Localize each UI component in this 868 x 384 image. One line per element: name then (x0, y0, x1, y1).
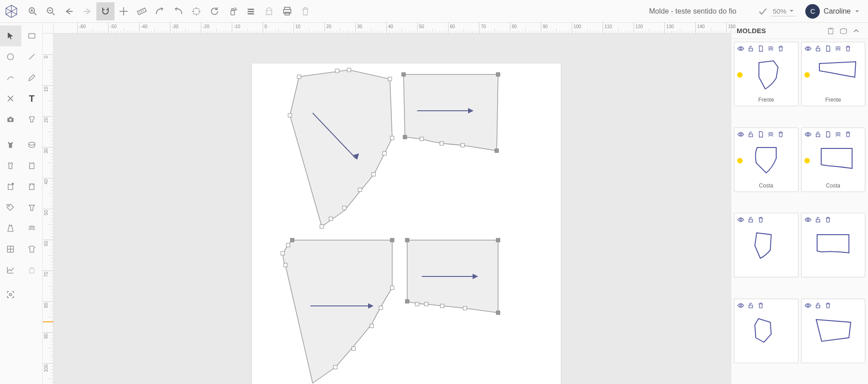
shirt-tool[interactable] (21, 239, 43, 260)
lock-icon[interactable] (814, 131, 822, 139)
tag-tool[interactable] (0, 197, 21, 218)
scan-tool[interactable] (0, 284, 21, 305)
trash-icon[interactable] (844, 45, 852, 53)
lock-icon[interactable] (814, 45, 822, 53)
page-icon[interactable] (757, 131, 764, 139)
svg-line-5 (52, 13, 55, 15)
measure-tape-tool[interactable] (21, 134, 43, 155)
stack-icon[interactable] (767, 45, 774, 53)
back-piece-tool[interactable] (21, 176, 43, 197)
camera-tool[interactable] (0, 109, 21, 130)
svg-rect-30 (29, 34, 35, 38)
bag-tool[interactable] (21, 260, 43, 281)
molde-card[interactable]: Costa (801, 128, 866, 192)
pattern-piece-costa-2[interactable] (405, 238, 500, 315)
zoom-in-button[interactable] (24, 2, 42, 20)
molde-card[interactable] (801, 299, 866, 363)
eye-icon[interactable] (804, 131, 812, 139)
close-tool[interactable] (0, 88, 21, 109)
svg-rect-59 (495, 149, 499, 153)
svg-rect-52 (343, 206, 346, 210)
canvas-area[interactable]: -60-50-40-30-20-100102030405060708090100… (43, 23, 731, 384)
user-menu[interactable]: C Caroline (805, 4, 864, 19)
molde-card[interactable]: Frente (734, 42, 798, 106)
rectangle-tool[interactable] (21, 25, 43, 46)
layers-button[interactable] (242, 2, 260, 20)
lock-icon[interactable] (747, 216, 754, 224)
eye-icon[interactable] (804, 216, 812, 224)
pencil-tool[interactable] (21, 67, 43, 88)
curve-tool-button[interactable] (151, 2, 169, 20)
grid-tool[interactable] (0, 239, 21, 260)
select-tool[interactable] (0, 25, 21, 46)
fabric-stack-tool[interactable] (21, 218, 43, 239)
validate-button[interactable] (754, 6, 771, 17)
pattern-piece-frente-1[interactable] (288, 68, 394, 228)
pattern-piece-costa-1[interactable] (281, 238, 394, 383)
transform-button[interactable] (187, 2, 205, 20)
curve-tool-2-button[interactable] (169, 2, 187, 20)
lock-icon[interactable] (747, 131, 754, 139)
text-tool[interactable]: T (21, 88, 43, 109)
trash-icon[interactable] (757, 302, 764, 310)
document-title: Molde - teste sentido do fio (649, 7, 736, 15)
svg-line-32 (29, 54, 35, 59)
sleeveless-tool[interactable] (0, 155, 21, 176)
vest-tool[interactable] (21, 155, 43, 176)
pattern-piece-frente-2[interactable] (402, 73, 500, 153)
lock-icon[interactable] (747, 302, 754, 310)
panel-icon-2[interactable] (837, 26, 850, 35)
trash-icon[interactable] (844, 131, 852, 139)
molde-label: Frente (804, 97, 863, 104)
refresh-button[interactable] (205, 2, 224, 20)
trash-icon[interactable] (824, 302, 832, 310)
stack-icon[interactable] (834, 131, 842, 139)
eye-icon[interactable] (804, 45, 812, 53)
trash-icon[interactable] (777, 131, 784, 139)
graph-tool[interactable] (0, 260, 21, 281)
molde-card[interactable]: Frente (801, 42, 866, 106)
molde-thumbnail (745, 58, 795, 92)
page-icon[interactable] (824, 45, 832, 53)
page-icon[interactable] (757, 45, 764, 53)
molde-card[interactable] (801, 213, 866, 277)
stack-icon[interactable] (767, 131, 774, 139)
molde-card[interactable] (734, 299, 798, 363)
zoom-out-button[interactable] (42, 2, 60, 20)
lock-icon[interactable] (814, 216, 822, 224)
curve-draw-tool[interactable] (0, 67, 21, 88)
lock-icon[interactable] (814, 302, 822, 310)
undo-button[interactable] (60, 2, 78, 20)
snap-magnet-button[interactable] (96, 2, 115, 20)
collar-tool[interactable] (21, 197, 43, 218)
front-piece-tool[interactable] (0, 176, 21, 197)
zoom-dropdown[interactable]: 50% (771, 6, 796, 16)
delete-button[interactable] (296, 2, 314, 20)
trash-icon[interactable] (824, 216, 832, 224)
molde-card[interactable] (734, 213, 798, 277)
panel-icon-1[interactable] (824, 26, 837, 35)
ghost-button[interactable] (260, 2, 278, 20)
bodice-tool[interactable] (0, 134, 21, 155)
stack-icon[interactable] (834, 45, 842, 53)
ruler-tool-button[interactable] (133, 2, 151, 20)
lock-icon[interactable] (747, 45, 754, 53)
molde-card[interactable]: Costa (734, 128, 798, 192)
dress-tool[interactable] (0, 218, 21, 239)
redo-button[interactable] (78, 2, 96, 20)
line-tool[interactable] (21, 46, 43, 67)
svg-rect-77 (496, 238, 500, 242)
trash-icon[interactable] (777, 45, 784, 53)
page-icon[interactable] (824, 131, 832, 139)
spray-tool-button[interactable] (224, 2, 242, 20)
svg-line-13 (141, 10, 142, 12)
crosshair-button[interactable] (115, 2, 133, 20)
trash-icon[interactable] (757, 216, 764, 224)
pattern-canvas[interactable] (54, 34, 742, 384)
eye-icon[interactable] (804, 302, 812, 310)
circle-tool[interactable] (0, 46, 21, 67)
print-button[interactable] (278, 2, 296, 20)
svg-rect-99 (816, 305, 820, 308)
pattern-piece-tool[interactable] (21, 109, 43, 130)
panel-collapse-button[interactable] (850, 26, 863, 35)
